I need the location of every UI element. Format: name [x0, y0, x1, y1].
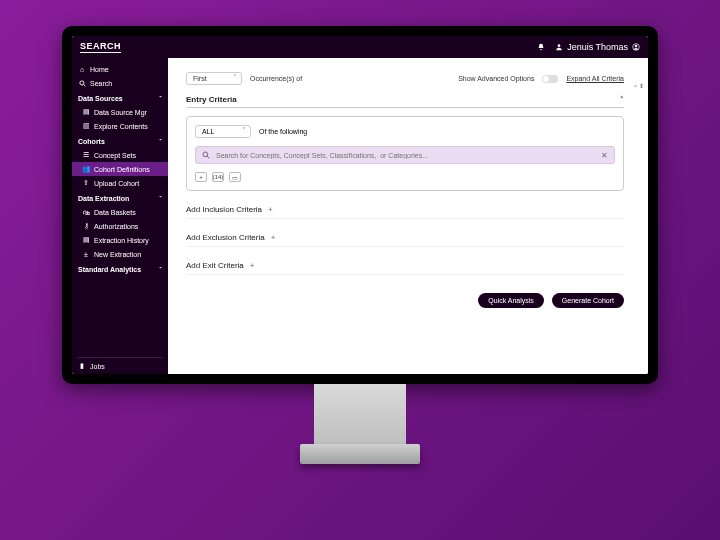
search-icon — [78, 79, 86, 87]
notifications-button[interactable] — [537, 43, 545, 51]
sidebar-head-data-extraction[interactable]: Data Extraction ˅ — [72, 192, 168, 205]
criteria-group: ALL Of the following ✕ + (14) — [186, 116, 624, 191]
sidebar-item-data-baskets[interactable]: 🛍 Data Baskets — [72, 205, 168, 219]
occurrence-row: First Occurrence(s) of Show Advanced Opt… — [186, 72, 624, 85]
sidebar-item-extraction-history[interactable]: ▤ Extraction History — [72, 233, 168, 247]
chevron-down-icon: ˅ — [159, 266, 162, 273]
folder-icon: ▥ — [82, 122, 90, 130]
plus-icon: ± — [82, 250, 90, 258]
logic-select-value: ALL — [202, 128, 214, 135]
svg-point-0 — [558, 44, 561, 47]
quick-analysis-button[interactable]: Quick Analysis — [478, 293, 544, 308]
chevron-up-icon: ˄ — [620, 96, 624, 104]
concept-search-bar: ✕ — [195, 146, 615, 164]
add-exclusion-criteria[interactable]: Add Exclusion Criteria + — [186, 233, 624, 247]
add-exit-label: Add Exit Criteria — [186, 261, 244, 270]
calendar-button[interactable]: ▭ — [229, 172, 241, 182]
concept-search-input[interactable] — [216, 152, 595, 159]
sidebar: ⌂ Home Search Data Sources ˅ ▤ Data Sour… — [72, 58, 168, 374]
entry-criteria-heading[interactable]: Entry Criteria ˄ — [186, 95, 624, 108]
svg-line-4 — [83, 84, 85, 86]
add-exclusion-label: Add Exclusion Criteria — [186, 233, 265, 242]
monitor-stand-neck — [314, 384, 406, 444]
sidebar-item-new-extraction[interactable]: ± New Extraction — [72, 247, 168, 261]
add-condition-button[interactable]: + — [195, 172, 207, 182]
sidebar-item-upload-cohort[interactable]: ⇪ Upload Cohort — [72, 176, 168, 190]
user-icon — [555, 43, 563, 51]
sidebar-label: Data Source Mgr — [94, 109, 147, 116]
sidebar-item-concept-sets[interactable]: ☰ Concept Sets — [72, 148, 168, 162]
add-exit-criteria[interactable]: Add Exit Criteria + — [186, 261, 624, 275]
logic-select[interactable]: ALL — [195, 125, 251, 138]
monitor-stand-base — [300, 444, 420, 464]
criteria-pill-row: + (14) ▭ — [195, 172, 615, 182]
show-advanced-label: Show Advanced Options — [458, 75, 534, 82]
svg-point-3 — [79, 80, 83, 84]
sidebar-label: Extraction History — [94, 237, 149, 244]
chevron-down-icon: ˅ — [159, 138, 162, 145]
sidebar-head-standard-analytics[interactable]: Standard Analytics ˅ — [72, 263, 168, 276]
people-icon: 👥 — [82, 165, 90, 173]
occurrence-suffix-label: Occurrence(s) of — [250, 75, 302, 82]
app-body: ⌂ Home Search Data Sources ˅ ▤ Data Sour… — [72, 58, 648, 374]
user-menu[interactable]: Jenuis Thomas — [555, 42, 640, 52]
sidebar-label: Cohort Definitions — [94, 166, 150, 173]
sidebar-label: Search — [90, 80, 112, 87]
sidebar-label: Concept Sets — [94, 152, 136, 159]
sidebar-head-label: Cohorts — [78, 138, 105, 145]
history-icon: ▤ — [82, 236, 90, 244]
action-button-row: Quick Analysis Generate Cohort — [186, 293, 624, 308]
sidebar-head-data-sources[interactable]: Data Sources ˅ — [72, 92, 168, 105]
plus-icon: + — [271, 233, 276, 242]
plus-icon: + — [268, 205, 273, 214]
basket-icon: 🛍 — [82, 208, 90, 216]
sidebar-label: Data Baskets — [94, 209, 136, 216]
sidebar-label: Home — [90, 66, 109, 73]
sidebar-item-jobs[interactable]: ▮ Jobs — [78, 357, 162, 370]
occurrence-select-value: First — [193, 75, 207, 82]
entry-criteria-label: Entry Criteria — [186, 95, 237, 104]
chevron-down-icon: ˅ — [159, 195, 162, 202]
monitor-frame: SEARCH Jenuis Thomas ⌂ — [62, 26, 658, 384]
database-icon: ▤ — [82, 108, 90, 116]
topbar: SEARCH Jenuis Thomas — [72, 36, 648, 58]
sidebar-item-explore-contents[interactable]: ▥ Explore Contents — [72, 119, 168, 133]
svg-point-2 — [635, 45, 637, 47]
side-ribbon[interactable]: < ⬍ — [634, 82, 644, 89]
app-brand: SEARCH — [80, 41, 121, 53]
date-window-button[interactable]: (14) — [212, 172, 224, 182]
add-inclusion-criteria[interactable]: Add Inclusion Criteria + — [186, 205, 624, 219]
sidebar-label: New Extraction — [94, 251, 141, 258]
expand-all-link[interactable]: Expand All Criteria — [566, 75, 624, 82]
occurrence-select[interactable]: First — [186, 72, 242, 85]
sidebar-label: Explore Contents — [94, 123, 148, 130]
avatar-icon — [632, 43, 640, 51]
sidebar-head-cohorts[interactable]: Cohorts ˅ — [72, 135, 168, 148]
clear-search-button[interactable]: ✕ — [601, 151, 608, 160]
sidebar-item-authorizations[interactable]: ⚷ Authorizations — [72, 219, 168, 233]
home-icon: ⌂ — [78, 65, 86, 73]
user-name-label: Jenuis Thomas — [567, 42, 628, 52]
svg-line-6 — [207, 156, 209, 158]
sidebar-item-data-source-mgr[interactable]: ▤ Data Source Mgr — [72, 105, 168, 119]
sidebar-head-label: Data Sources — [78, 95, 123, 102]
show-advanced-toggle[interactable] — [542, 75, 558, 83]
chevron-down-icon: ˅ — [159, 95, 162, 102]
sidebar-head-label: Standard Analytics — [78, 266, 141, 273]
bell-icon — [537, 43, 545, 51]
sidebar-label: Upload Cohort — [94, 180, 139, 187]
sidebar-item-cohort-definitions[interactable]: 👥 Cohort Definitions — [72, 162, 168, 176]
of-following-label: Of the following — [259, 128, 307, 135]
upload-icon: ⇪ — [82, 179, 90, 187]
sidebar-head-label: Data Extraction — [78, 195, 129, 202]
briefcase-icon: ▮ — [78, 362, 86, 370]
sidebar-item-home[interactable]: ⌂ Home — [72, 62, 168, 76]
main-content: < ⬍ First Occurrence(s) of Show Advanced… — [168, 58, 648, 374]
sidebar-label: Jobs — [90, 363, 105, 370]
generate-cohort-button[interactable]: Generate Cohort — [552, 293, 624, 308]
svg-point-5 — [203, 152, 208, 157]
app-screen: SEARCH Jenuis Thomas ⌂ — [72, 36, 648, 374]
plus-icon: + — [250, 261, 255, 270]
sidebar-label: Authorizations — [94, 223, 138, 230]
sidebar-item-search[interactable]: Search — [72, 76, 168, 90]
